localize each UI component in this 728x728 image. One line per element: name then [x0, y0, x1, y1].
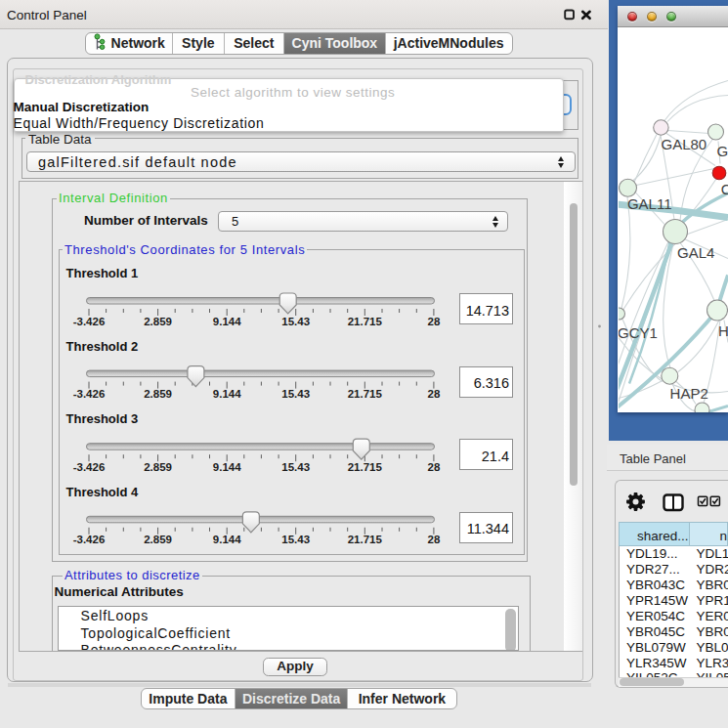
svg-text:GCY1: GCY1 [619, 323, 658, 340]
svg-text:C: C [721, 180, 728, 196]
svg-text:GAL11: GAL11 [627, 195, 672, 212]
svg-text:HAP2: HAP2 [670, 384, 708, 401]
svg-text:GAL80: GAL80 [662, 135, 707, 151]
svg-text:GAL4: GAL4 [677, 243, 714, 260]
svg-text:GA: GA [717, 143, 728, 159]
svg-text:H: H [718, 322, 728, 339]
